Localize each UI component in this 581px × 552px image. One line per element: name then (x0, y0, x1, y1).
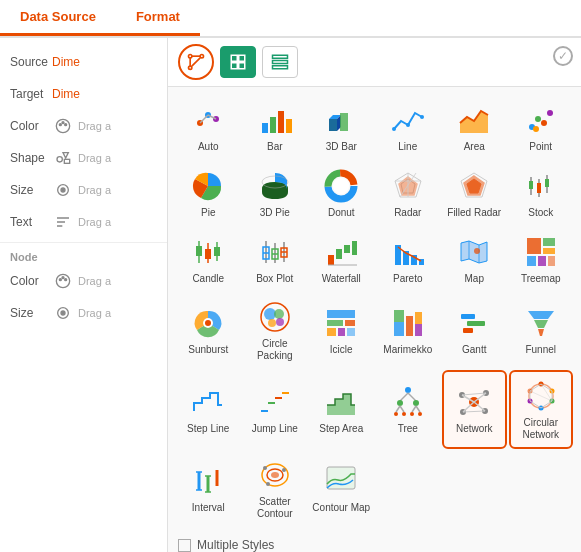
chart-item-step-area[interactable]: Step Area (309, 370, 374, 449)
chart-item-point[interactable]: Point (509, 95, 574, 159)
chart-item-area[interactable]: Area (442, 95, 507, 159)
svg-point-8 (61, 188, 65, 192)
step-area-icon (323, 384, 359, 420)
node-color-drag: Drag a (78, 275, 157, 287)
svg-rect-118 (394, 310, 404, 322)
node-palette-icon (52, 270, 74, 292)
waterfall-label: Waterfall (322, 273, 361, 285)
chart-type-toolbar: ✓ (168, 38, 581, 87)
svg-point-47 (541, 120, 547, 126)
pie-icon (190, 168, 226, 204)
marimekko-label: Marimekko (383, 344, 432, 356)
svg-line-155 (462, 393, 486, 395)
node-size-icon (52, 302, 74, 324)
funnel-label: Funnel (525, 344, 556, 356)
icicle-label: Icicle (330, 344, 353, 356)
node-size-label: Size (10, 306, 52, 320)
svg-point-110 (276, 318, 284, 326)
toolbar-btn-2[interactable] (220, 46, 256, 78)
tab-data-source[interactable]: Data Source (0, 0, 116, 36)
chart-item-line[interactable]: Line (376, 95, 441, 159)
area-icon (456, 102, 492, 138)
chart-item-radar[interactable]: Radar (376, 161, 441, 225)
check-icon: ✓ (553, 46, 573, 66)
chart-item-jump-line[interactable]: Jump Line (243, 370, 308, 449)
chart-item-waterfall[interactable]: Waterfall (309, 227, 374, 291)
svg-rect-26 (273, 61, 288, 64)
node-color-field: Color Drag a (0, 265, 167, 297)
svg-line-140 (412, 406, 416, 412)
svg-rect-121 (415, 324, 422, 336)
chart-item-circular-network[interactable]: Circular Network (509, 370, 574, 449)
box-plot-icon (257, 234, 293, 270)
chart-item-donut[interactable]: Donut (309, 161, 374, 225)
chart-item-circle-packing[interactable]: Circle Packing (243, 293, 308, 368)
target-field: Target Dime (0, 78, 167, 110)
circle-packing-icon (257, 299, 293, 335)
svg-rect-100 (527, 256, 536, 266)
bar-icon (257, 102, 293, 138)
chart-item-filled-radar[interactable]: Filled Radar (442, 161, 507, 225)
svg-rect-101 (538, 256, 546, 266)
chart-item-interval[interactable]: Interval (176, 451, 241, 526)
contour-map-label: Contour Map (312, 502, 370, 514)
jump-line-label: Jump Line (252, 423, 298, 435)
chart-item-contour-map[interactable]: Contour Map (309, 451, 374, 526)
line-label: Line (398, 141, 417, 153)
chart-item-map[interactable]: Map (442, 227, 507, 291)
chart-item-gantt[interactable]: Gantt (442, 293, 507, 368)
chart-item-step-line[interactable]: Step Line (176, 370, 241, 449)
funnel-icon (523, 305, 559, 341)
svg-point-133 (405, 387, 411, 393)
chart-item-tree[interactable]: Tree (376, 370, 441, 449)
area-label: Area (464, 141, 485, 153)
gantt-icon (456, 305, 492, 341)
network-icon (456, 384, 492, 420)
chart-item-sunburst[interactable]: Sunburst (176, 293, 241, 368)
svg-rect-33 (262, 123, 268, 133)
chart-item-bar[interactable]: Bar (243, 95, 308, 159)
chart-item-network[interactable]: Network (442, 370, 507, 449)
svg-point-2 (62, 122, 64, 124)
chart-item-marimekko[interactable]: Marimekko (376, 293, 441, 368)
chart-item-icicle[interactable]: Icicle (309, 293, 374, 368)
svg-point-145 (418, 412, 422, 416)
icicle-icon (323, 305, 359, 341)
multiple-styles-checkbox[interactable] (178, 539, 191, 552)
svg-point-183 (282, 468, 286, 472)
chart-item-scatter-contour[interactable]: Scatter Contour (243, 451, 308, 526)
svg-rect-37 (329, 119, 337, 131)
chart-item-box-plot[interactable]: Box Plot (243, 227, 308, 291)
chart-type-toggle-btn[interactable] (178, 44, 214, 80)
svg-rect-6 (64, 159, 69, 163)
toolbar-btn-3[interactable] (262, 46, 298, 78)
svg-rect-35 (278, 111, 284, 133)
chart-item-funnel[interactable]: Funnel (509, 293, 574, 368)
chart-item-candle[interactable]: Candle (176, 227, 241, 291)
svg-point-56 (333, 178, 349, 194)
step-line-label: Step Line (187, 423, 229, 435)
svg-rect-89 (344, 245, 350, 253)
tab-format[interactable]: Format (116, 0, 200, 36)
svg-rect-25 (273, 55, 288, 58)
shape-field: Shape Drag a (0, 142, 167, 174)
chart-item-3dpie[interactable]: 3D Pie (243, 161, 308, 225)
svg-rect-97 (527, 238, 541, 254)
svg-rect-87 (328, 255, 334, 265)
svg-rect-119 (406, 316, 413, 336)
chart-item-pareto[interactable]: Pareto (376, 227, 441, 291)
chart-item-pie[interactable]: Pie (176, 161, 241, 225)
chart-item-auto[interactable]: Auto (176, 95, 241, 159)
svg-rect-88 (336, 249, 342, 259)
candle-label: Candle (192, 273, 224, 285)
circular-network-icon (523, 378, 559, 414)
svg-line-135 (408, 393, 416, 401)
map-icon (456, 234, 492, 270)
tree-icon (390, 384, 426, 420)
chart-item-treemap[interactable]: Treemap (509, 227, 574, 291)
left-panel: Source Dime Target Dime Color Drag a Sha… (0, 38, 168, 552)
svg-rect-34 (270, 117, 276, 133)
chart-item-3dbar[interactable]: 3D Bar (309, 95, 374, 159)
chart-item-stock[interactable]: Stock (509, 161, 574, 225)
filled-radar-label: Filled Radar (447, 207, 501, 219)
